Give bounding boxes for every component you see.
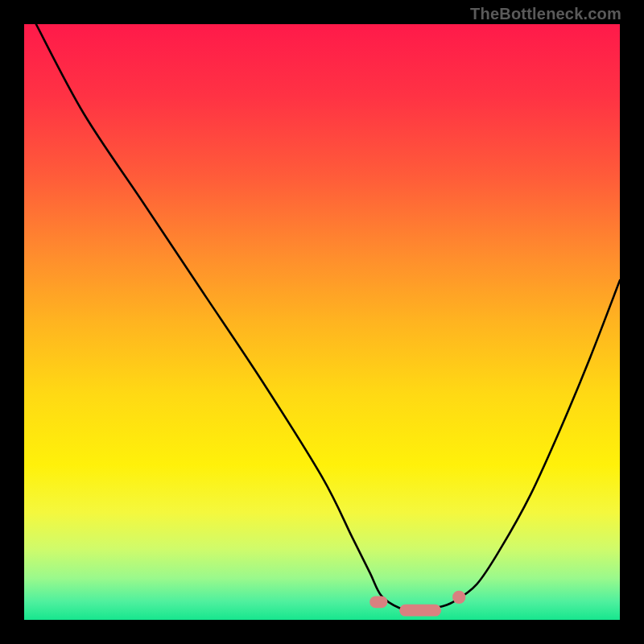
bottleneck-curve <box>36 24 620 611</box>
watermark-text: TheBottleneck.com <box>470 5 621 23</box>
chart-frame: TheBottleneck.com <box>0 0 644 644</box>
plot-area <box>24 24 620 620</box>
curve-layer <box>24 24 620 620</box>
marker-dot <box>452 591 465 604</box>
marker-bar <box>399 605 441 617</box>
marker-bar <box>369 596 387 608</box>
